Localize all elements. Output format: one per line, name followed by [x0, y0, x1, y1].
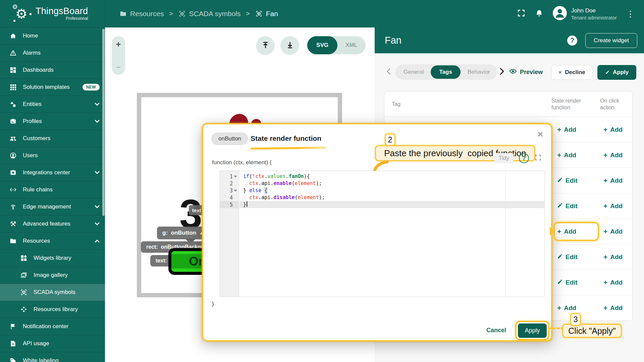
add-state-render-button-row-2[interactable]: +Add	[557, 151, 576, 159]
add-on-click-button-row-6[interactable]: +Add	[603, 253, 623, 261]
fold-caret-icon[interactable]	[234, 176, 237, 178]
eye-icon	[509, 68, 517, 76]
sidebar-item-rule-chains[interactable]: Rule chains	[0, 181, 105, 198]
edit-state-render-button-row-6[interactable]: Edit	[557, 253, 578, 261]
code-editor[interactable]: 12345 if(!ctx.values.fanOn){ ctx.api.ena…	[220, 171, 545, 297]
tab-behavior[interactable]: Behavior	[461, 69, 497, 75]
gutter-line-1: 1	[220, 173, 239, 180]
apply-button-dialog[interactable]: Apply	[518, 323, 547, 338]
sidebar-item-edge-management[interactable]: Edge management	[0, 198, 105, 216]
sidebar-item-profiles[interactable]: Profiles	[0, 113, 105, 130]
sidebar-item-label: Integrations center	[23, 169, 89, 176]
advanced-icon: ⚒	[9, 220, 17, 228]
toggle-svg-option[interactable]: SVG	[307, 36, 337, 54]
scada-icon	[178, 10, 186, 17]
column-header-tag: Tag	[384, 92, 551, 117]
chevron-down-icon	[95, 205, 100, 208]
sidebar-item-notification-center[interactable]: Notification center	[0, 318, 105, 335]
add-on-click-button-row-2[interactable]: +Add	[603, 151, 623, 159]
sidebar-item-image-gallery[interactable]: Image gallery	[0, 267, 105, 284]
breadcrumb-separator: >	[169, 10, 173, 17]
tidy-button[interactable]: Tidy	[494, 153, 514, 163]
code-line-2: ctx.api.enable(element);	[239, 180, 544, 187]
tab-tags[interactable]: Tags	[431, 65, 460, 79]
fullscreen-icon[interactable]	[517, 9, 526, 19]
chevron-down-icon	[95, 171, 100, 174]
user-menu[interactable]: John Doe Tenant administrator	[553, 6, 617, 21]
help-icon[interactable]: ?	[519, 153, 529, 163]
breadcrumb: Resources>SCADA symbols>Fan	[105, 10, 278, 18]
sidebar-scrollbar[interactable]	[102, 29, 105, 216]
sidebar-item-resources[interactable]: Resources	[0, 233, 105, 250]
sidebar-item-widgets-library[interactable]: Widgets library	[0, 250, 105, 267]
sidebar-item-home[interactable]: Home	[0, 27, 105, 45]
cancel-button[interactable]: Cancel	[486, 327, 506, 334]
sidebar-item-label: Image gallery	[34, 272, 100, 279]
add-on-click-button-row-5[interactable]: +Add	[603, 228, 623, 236]
table-header: Tag State render function On click actio…	[384, 92, 632, 117]
tutorial-step3-callout: Click "Apply"	[562, 324, 622, 338]
tab-general[interactable]: General	[396, 69, 431, 75]
upload-button[interactable]	[256, 36, 275, 55]
add-on-click-button-row-4[interactable]: +Add	[603, 202, 623, 210]
apply-button-top[interactable]: ✓ Apply	[597, 65, 636, 80]
breadcrumb-item-scada-symbols[interactable]: SCADA symbols	[178, 10, 241, 18]
upload-icon	[261, 41, 270, 51]
white-label-icon	[9, 357, 17, 362]
sidebar-item-integrations-center[interactable]: Integrations center	[0, 164, 105, 181]
decline-button[interactable]: × Decline	[551, 65, 592, 80]
zoom-out-button[interactable]: −	[116, 64, 121, 71]
edit-state-render-button-row-3[interactable]: Edit	[557, 177, 578, 184]
sidebar-item-solution-templates[interactable]: Solution templatesNEW	[0, 79, 105, 96]
breadcrumb-item-fan[interactable]: Fan	[255, 10, 278, 18]
add-on-click-button-row-1[interactable]: +Add	[603, 126, 623, 134]
breadcrumb-item-resources[interactable]: Resources	[119, 10, 164, 18]
sidebar-item-users[interactable]: Users	[0, 147, 105, 164]
fold-caret-icon[interactable]	[234, 190, 237, 192]
close-icon[interactable]: ×	[538, 130, 543, 139]
tabs-scroll-right-icon[interactable]	[500, 68, 504, 76]
editor-code[interactable]: if(!ctx.values.fanOn){ ctx.api.enable(el…	[239, 171, 544, 297]
sidebar-item-customers[interactable]: Customers	[0, 130, 105, 147]
edit-state-render-button-row-4[interactable]: Edit	[557, 202, 578, 210]
sidebar-item-entities[interactable]: Entities	[0, 96, 105, 113]
sidebar-item-advanced-features[interactable]: ⚒Advanced features	[0, 216, 105, 233]
user-name: John Doe	[571, 7, 617, 14]
sidebar-item-scada-symbols[interactable]: SCADA symbols	[0, 284, 105, 301]
zoom-in-button[interactable]: +	[116, 40, 121, 48]
api-icon	[9, 340, 17, 347]
folder-icon	[119, 10, 127, 17]
toggle-xml-option[interactable]: XML	[337, 42, 366, 49]
code-line-1: if(!ctx.values.fanOn){	[239, 173, 544, 180]
sidebar-item-white-labeling[interactable]: White labeling	[0, 352, 105, 362]
download-button[interactable]	[280, 36, 299, 55]
add-on-click-button-row-7[interactable]: +Add	[603, 279, 623, 287]
text-cursor	[247, 201, 247, 207]
resources-icon	[9, 237, 17, 245]
tabs-scroll-left-icon[interactable]	[386, 68, 391, 76]
breadcrumb-separator: >	[246, 10, 250, 17]
sidebar-item-resources-library[interactable]: Resources library	[0, 301, 105, 318]
home-icon	[9, 32, 17, 40]
add-state-render-button-row-1[interactable]: +Add	[557, 126, 576, 134]
add-on-click-button-row-3[interactable]: +Add	[603, 177, 623, 185]
add-state-render-button-row-8[interactable]: +Add	[557, 304, 576, 312]
edit-state-render-button-row-7[interactable]: Edit	[557, 279, 578, 286]
sidebar-item-label: Dashboards	[23, 67, 100, 73]
create-widget-button[interactable]: Create widget	[585, 33, 637, 48]
thingsboard-logo[interactable]: ⚙ ⚙ ThingsBoard Professional	[0, 0, 105, 27]
tutorial-pointer-icon	[550, 227, 555, 236]
preview-button[interactable]: Preview	[509, 68, 543, 76]
sidebar-item-alarms[interactable]: Alarms	[0, 45, 105, 62]
sidebar-nav: HomeAlarmsDashboardsSolution templatesNE…	[0, 27, 105, 362]
settings-tabs: GeneralTagsBehaviorProperties	[395, 64, 497, 80]
sidebar-item-api-usage[interactable]: API usage	[0, 335, 105, 352]
kebab-menu-icon[interactable]: ⋮	[626, 10, 635, 17]
notifications-bell-icon[interactable]	[535, 9, 543, 19]
add-on-click-button-row-8[interactable]: +Add	[603, 304, 623, 312]
gutter-line-5: 5	[220, 201, 239, 208]
tag-chip: onButton	[211, 132, 248, 145]
sidebar-item-dashboards[interactable]: Dashboards	[0, 62, 105, 79]
expand-icon[interactable]	[534, 154, 542, 163]
help-icon[interactable]: ?	[567, 36, 577, 46]
